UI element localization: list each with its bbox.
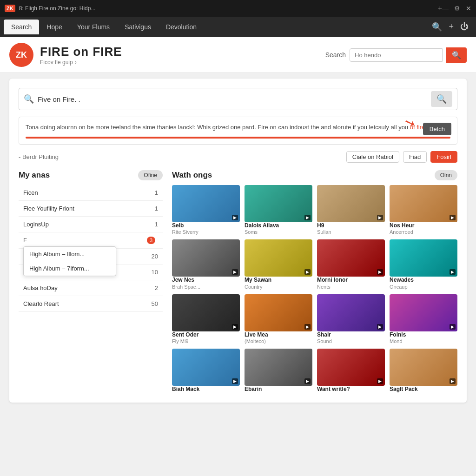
power-nav-icon[interactable]: ⏻ — [460, 22, 469, 32]
grid-thumb: ▶ — [390, 185, 457, 222]
search-nav-icon[interactable]: 🔍 — [432, 22, 442, 32]
grid-item-title: Live Mea — [245, 331, 312, 339]
grid-item[interactable]: ▶ Newades Oncaup — [390, 239, 457, 290]
list-item-badge: 3 — [147, 237, 155, 244]
grid-item-sub: Ancerroed — [390, 229, 457, 235]
grid-item-title: Shair — [317, 331, 385, 339]
nav-tab-sativigus[interactable]: Sativigus — [117, 20, 159, 34]
header-search-button[interactable]: 🔍 — [446, 47, 467, 63]
grid-item[interactable]: ▶ Morni Ionor Nents — [317, 239, 385, 290]
grid-item-sub: Nents — [317, 284, 385, 290]
grid-item-title: Nos Heur — [390, 222, 457, 230]
app-title: FIRE on FIRE — [40, 45, 325, 59]
main-content: 🔍 🔍 Tona doing alournn on be more teelan… — [9, 79, 467, 403]
list-item[interactable]: LoginsUp 1 — [19, 217, 163, 232]
list-item-name: F — [23, 237, 147, 244]
grid-thumb: ▶ — [172, 349, 240, 386]
dropdown-item[interactable]: High Album – 7Iform... — [24, 261, 116, 276]
list-item-name: Flee Youfiiity Friont — [23, 205, 155, 212]
description-box: Tona doing alournn on be more teeland th… — [19, 117, 457, 145]
list-item[interactable]: Aulsa hoDay 2 — [19, 280, 163, 296]
grid-item[interactable]: ▶ H9 Sulian — [317, 185, 385, 235]
grid-item-title: Ebarin — [245, 386, 312, 393]
right-section-title: Wath ongs — [172, 171, 435, 180]
new-tab-button[interactable]: + — [438, 4, 442, 13]
list-item-count: 50 — [152, 300, 158, 307]
nav-tab-devolution[interactable]: Devolution — [159, 20, 204, 34]
close-button[interactable]: ✕ — [466, 5, 471, 12]
grid-item[interactable]: ▶ Jew Nes Brah Spae... — [172, 239, 240, 290]
grid-thumb: ▶ — [245, 239, 312, 277]
desc-text-before: Tona doing alournn on be more teeland th… — [26, 124, 410, 131]
list-item-count: 20 — [152, 253, 158, 260]
list-item[interactable]: Ficen 1 — [19, 185, 163, 201]
main-search-input[interactable] — [38, 95, 431, 103]
filter-ciale-button[interactable]: Ciale on Rabiol — [346, 151, 399, 163]
right-section-btn[interactable]: Olnn — [435, 170, 457, 180]
grid-item[interactable]: ▶ My Sawan Country — [245, 239, 312, 290]
grid-item-title: Foinis — [390, 331, 457, 339]
nav-tab-hope[interactable]: Hope — [39, 20, 69, 34]
desc-betch-button[interactable]: Betch — [423, 123, 451, 135]
list-item-name: Clearlo Reart — [23, 300, 152, 307]
grid-item[interactable]: ▶ Ebarin — [245, 349, 312, 393]
header-search-input[interactable] — [350, 48, 443, 62]
app-logo: ZK — [9, 43, 33, 67]
nav-tab-search[interactable]: Search — [4, 20, 39, 34]
grid-thumb: ▶ — [390, 239, 457, 277]
filter-fiad-button[interactable]: Fiad — [403, 151, 427, 163]
grid-item[interactable]: ▶ Sent Oder Fly Mi9 — [172, 294, 240, 344]
minimize-button[interactable]: — — [442, 5, 449, 12]
grid-item[interactable]: ▶ Shair Sound — [317, 294, 385, 344]
filter-fosirl-button[interactable]: Fosirl — [430, 151, 457, 163]
right-column: Wath ongs Olnn ▶ Selb Rite Siverry ▶ Dal… — [172, 170, 457, 393]
grid-thumb: ▶ — [390, 349, 457, 386]
settings-icon[interactable]: ⚙ — [454, 5, 460, 12]
grid-item-title: Saglt Pack — [390, 386, 457, 393]
grid-item[interactable]: ▶ Dalois Ailava Soms — [245, 185, 312, 235]
list-item-name: Ficen — [23, 189, 155, 196]
add-nav-icon[interactable]: + — [449, 22, 454, 32]
left-section-btn[interactable]: Ofine — [138, 170, 163, 180]
grid-item-sub: Fly Mi9 — [172, 338, 240, 344]
titlebar-title: 8: Fligh Fire on Zine go: Hidp... — [19, 5, 434, 12]
left-section-header: My anas Ofine — [19, 170, 163, 180]
grid-item-sub: (Molteco) — [245, 338, 312, 344]
left-section-title: My anas — [19, 171, 138, 180]
grid-item[interactable]: ▶ Selb Rite Siverry — [172, 185, 240, 235]
grid-item-sub: Rite Siverry — [172, 229, 240, 235]
nav-action-icons: 🔍 + ⏻ — [432, 22, 472, 32]
filter-label: - Berdr Pluiting — [19, 153, 343, 160]
grid-thumb: ▶ — [245, 185, 312, 222]
grid-item[interactable]: ▶ Saglt Pack — [390, 349, 457, 393]
grid-thumb: ▶ — [172, 185, 240, 222]
list-item-count: 1 — [155, 189, 158, 196]
nav-tab-your-flums[interactable]: Your Flums — [70, 20, 117, 34]
titlebar-logo: ZK — [5, 5, 15, 12]
list-item[interactable]: Clearlo Reart 50 — [19, 296, 163, 312]
grid-item[interactable]: ▶ Foinis Mond — [390, 294, 457, 344]
grid-item[interactable]: ▶ Live Mea (Molteco) — [245, 294, 312, 344]
grid-item[interactable]: ▶ Nos Heur Ancerroed — [390, 185, 457, 235]
right-section-header: Wath ongs Olnn — [172, 170, 457, 180]
grid-item-title: My Sawan — [245, 277, 312, 284]
list-item[interactable]: Flee Youfiiity Friont 1 — [19, 201, 163, 217]
media-grid: ▶ Selb Rite Siverry ▶ Dalois Ailava Soms… — [172, 185, 457, 393]
chevron-right-icon: › — [75, 59, 77, 66]
grid-item[interactable]: ▶ Want writle? — [317, 349, 385, 393]
main-search-button[interactable]: 🔍 — [431, 91, 452, 107]
dropdown-item[interactable]: High Album – Illom... — [24, 247, 116, 261]
app-header: ZK FIRE on FIRE Ficov fle guip › Search … — [0, 37, 476, 73]
grid-item[interactable]: ▶ Biah Mack — [172, 349, 240, 393]
app-subtitle: Ficov fle guip › — [40, 59, 325, 66]
grid-thumb: ▶ — [172, 294, 240, 331]
dropdown-menu: High Album – Illom... High Album – 7Ifor… — [23, 246, 116, 276]
progress-bar — [26, 137, 450, 139]
list-item-dropdown[interactable]: F 3 High Album – Illom... High Album – 7… — [19, 232, 163, 249]
filter-row: - Berdr Pluiting Ciale on Rabiol Fiad Fo… — [19, 151, 457, 163]
arrow-icon: ➘ — [402, 112, 418, 134]
list-item-count: 2 — [155, 284, 158, 291]
grid-item-sub: Mond — [390, 338, 457, 344]
grid-item-sub: Brah Spae... — [172, 284, 240, 290]
header-search: Search 🔍 — [325, 47, 467, 63]
